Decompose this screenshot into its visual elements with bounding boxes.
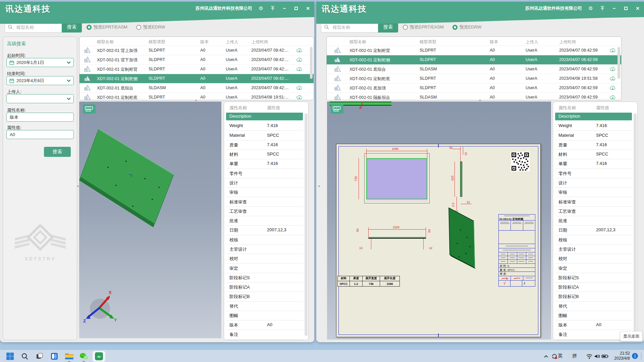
property-row[interactable]: 图幅 (226, 312, 303, 319)
minimize-button[interactable]: – (281, 5, 287, 11)
battery-icon[interactable] (600, 352, 610, 361)
active-app-xdt[interactable]: ∞ (93, 351, 105, 362)
property-row[interactable]: Description (555, 113, 632, 120)
table-row[interactable]: XDT-002-01 隔板组合 SLDASM A0 UserA 2023/04/… (327, 93, 621, 100)
table-row[interactable]: XDT-002-01 底组合 SLDASM A0 UserA 2023/04/0… (327, 65, 621, 74)
table-row[interactable]: XDT-002-01 定制柜侧 SLDPRT A0 UserA 2023/04/… (327, 55, 621, 65)
table-scrollbar[interactable] (618, 47, 620, 79)
table-row[interactable]: XDT-002-01 底加强 SLDPRT A0 UserA 2023/04/0… (327, 83, 621, 93)
scroll-up-arrow[interactable]: ▲ (479, 99, 481, 102)
radio-preview-edrw[interactable]: 预览EDRW (136, 24, 165, 30)
ime-pinyin-button[interactable]: 拼 (572, 353, 577, 359)
property-row[interactable]: 设计 (226, 179, 303, 187)
download-cloud-icon[interactable] (296, 95, 303, 100)
measure-button[interactable] (331, 104, 343, 114)
radio-preview-eprt[interactable]: 预览EPRT/EASM (403, 24, 444, 30)
end-date-picker[interactable]: 2023年4月8日 (6, 76, 74, 85)
upload-icon[interactable] (599, 5, 605, 11)
property-row[interactable]: 审核 (555, 188, 632, 196)
property-row[interactable]: 版本 A0 (226, 321, 303, 329)
ime-language-button[interactable]: 英 (558, 353, 562, 359)
titlebar[interactable]: 讯达通科技 苏州讯达通软件科技有限公司 ⚙ – ✕ (316, 2, 644, 15)
property-row[interactable]: 校核 (226, 236, 303, 244)
table-row[interactable]: XDT-002-01 定制柜背 SLDPRT A0 UserA 2023/04/… (327, 46, 621, 55)
minimize-button[interactable]: – (611, 5, 617, 11)
property-row[interactable]: 零件号 (226, 170, 303, 177)
property-row[interactable]: Weight 7.416 (555, 122, 632, 130)
property-row[interactable]: 阶段标记B (226, 293, 303, 300)
table-row[interactable]: XDT-002-01 底组合 SLDASM A0 UserA 2023/04/0… (79, 83, 314, 93)
property-row[interactable]: 批准 (226, 217, 303, 225)
property-row[interactable]: Weight 7.416 (226, 122, 303, 130)
property-row[interactable]: 阶段标记S (555, 274, 632, 282)
property-row[interactable]: Description (226, 113, 303, 120)
property-row[interactable]: 校对 (555, 255, 632, 262)
property-row[interactable]: Material SPCC (555, 132, 632, 139)
table-scrollbar[interactable] (310, 47, 313, 79)
close-button[interactable]: ✕ (305, 5, 311, 11)
property-row[interactable]: 主管设计 (226, 245, 303, 253)
file-explorer-icon[interactable] (64, 352, 74, 361)
property-row[interactable]: 工艺审查 (226, 207, 303, 215)
property-row[interactable]: 替代 (555, 302, 632, 310)
property-row[interactable]: 主管设计 (555, 245, 632, 253)
upload-icon[interactable] (270, 5, 276, 11)
table-row[interactable]: XDT-002-01 背上加强 SLDPRT A0 UserA 2023/04/… (79, 46, 314, 55)
wechat-icon[interactable] (79, 352, 89, 361)
property-row[interactable]: 审定 (226, 264, 303, 272)
download-cloud-icon[interactable] (296, 57, 303, 64)
settings-gear-icon[interactable]: ⚙ (258, 5, 264, 11)
property-row[interactable]: 批准 (555, 217, 632, 225)
property-row[interactable]: 校核 (555, 236, 632, 244)
property-row[interactable]: 设计 (555, 179, 632, 187)
table-row[interactable]: XDT-002-01 背下加强 SLDPRT A0 UserA 2023/04/… (79, 55, 314, 65)
start-button[interactable] (5, 352, 15, 361)
table-row[interactable]: XDT-002-01 定制柜背 SLDPRT A0 UserA 2023/04/… (79, 65, 314, 74)
download-cloud-icon[interactable] (609, 76, 616, 83)
property-row[interactable]: 质量 7.416 (226, 141, 303, 149)
scroll-up-arrow[interactable]: ▲ (195, 99, 197, 102)
download-cloud-icon[interactable] (609, 66, 616, 73)
prop-name-input[interactable] (6, 113, 74, 122)
download-cloud-icon[interactable] (296, 66, 303, 73)
collapse-panel-arrow[interactable]: ◄ (317, 184, 320, 188)
properties-scrollbar[interactable] (305, 113, 308, 336)
download-cloud-icon[interactable] (609, 48, 616, 55)
property-row[interactable]: 阶段标记B (555, 293, 632, 300)
properties-scrollbar[interactable] (634, 113, 637, 336)
task-view-icon[interactable] (35, 352, 45, 361)
property-row[interactable]: 质量 7.416 (555, 141, 632, 149)
property-row[interactable]: 审核 (226, 188, 303, 196)
3d-part-green-panel[interactable] (79, 122, 180, 232)
property-row[interactable]: 零件号 (555, 170, 632, 177)
property-row[interactable]: 工艺审查 (555, 207, 632, 215)
property-row[interactable]: 图幅 (555, 312, 632, 319)
property-row[interactable]: 标准审查 (226, 198, 303, 206)
property-row[interactable]: 材料 SPCC (555, 150, 632, 158)
advanced-search-button[interactable]: 搜索 (44, 147, 71, 157)
maximize-button[interactable] (623, 5, 629, 11)
collapse-panel-arrow[interactable]: ◄ (76, 184, 79, 188)
property-row[interactable]: 阶段标记A (555, 283, 632, 291)
property-row[interactable]: 标准审查 (555, 198, 632, 206)
maximize-button[interactable] (293, 5, 299, 11)
property-row[interactable]: 阶段标记S (226, 274, 303, 282)
table-row[interactable]: XDT-002-01 定制柜底 SLDPRT A0 UserA 2023/04/… (327, 74, 621, 83)
download-cloud-icon[interactable] (609, 95, 616, 100)
property-row[interactable]: 单重 7.416 (226, 160, 303, 168)
property-row[interactable]: 单重 7.416 (555, 160, 632, 168)
property-row[interactable]: 阶段标记A (226, 283, 303, 291)
radio-preview-edrw[interactable]: 预览EDRW (452, 24, 481, 30)
radio-preview-eprt[interactable]: 预览EPRT/EASM (87, 24, 127, 30)
model-3d-viewport[interactable]: X Y Z (79, 102, 221, 338)
settings-gear-icon[interactable]: ⚙ (588, 5, 594, 11)
download-cloud-icon[interactable] (609, 85, 616, 92)
property-row[interactable]: 日期 2007,12,3 (226, 226, 303, 234)
property-row[interactable]: Material SPCC (226, 132, 303, 139)
property-row[interactable]: 版本 A0 (555, 321, 632, 329)
titlebar[interactable]: 讯达通科技 苏州讯达通软件科技有限公司 ⚙ – ✕ (0, 2, 314, 15)
property-row[interactable]: 备注 (226, 330, 303, 338)
download-cloud-icon[interactable] (296, 48, 303, 55)
property-row[interactable]: 审定 (555, 264, 632, 272)
start-date-picker[interactable]: 2020年1月1日 (6, 58, 74, 67)
